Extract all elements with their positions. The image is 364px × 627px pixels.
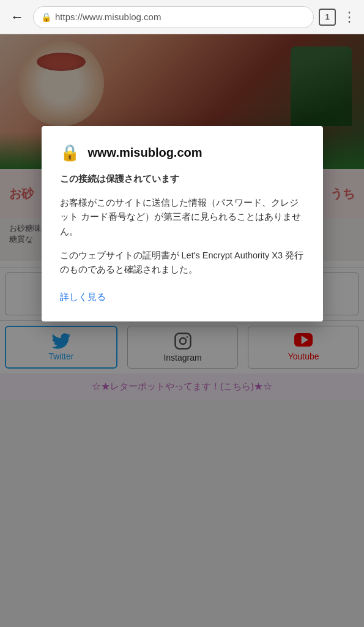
dialog-paragraph-1: お客様がこのサイトに送信した情報（パスワード、クレジット カード番号など）が第三…	[60, 196, 305, 239]
browser-menu-button[interactable]: ⋮	[341, 9, 358, 25]
connection-title: この接続は保護されています	[60, 172, 305, 186]
back-button[interactable]: ←	[6, 6, 28, 28]
url-bar[interactable]: 🔒 https://www.misublog.com	[33, 6, 314, 28]
browser-chrome: ← 🔒 https://www.misublog.com 1 ⋮	[0, 0, 364, 34]
modal-overlay[interactable]: 🔒 www.misublog.com この接続は保護されています お客様がこのサ…	[0, 34, 364, 627]
dialog-header: 🔒 www.misublog.com	[60, 143, 305, 162]
dialog-domain: www.misublog.com	[88, 146, 202, 160]
security-dialog: 🔒 www.misublog.com この接続は保護されています お客様がこのサ…	[42, 126, 323, 321]
url-text: https://www.misublog.com	[55, 12, 161, 22]
page-background: お砂 うち お砂糖味 飯や低 糖質な シピを B! Hatena f FBページ…	[0, 34, 364, 627]
dialog-lock-icon: 🔒	[60, 143, 80, 162]
lock-icon: 🔒	[41, 12, 51, 22]
dialog-paragraph-2: このウェブサイトの証明書が Let's Encrypt Authority X3…	[60, 249, 305, 277]
tab-count-badge[interactable]: 1	[319, 9, 336, 26]
dialog-more-link[interactable]: 詳しく見る	[60, 291, 106, 303]
dialog-connection-label: この接続は保護されています	[60, 172, 305, 186]
